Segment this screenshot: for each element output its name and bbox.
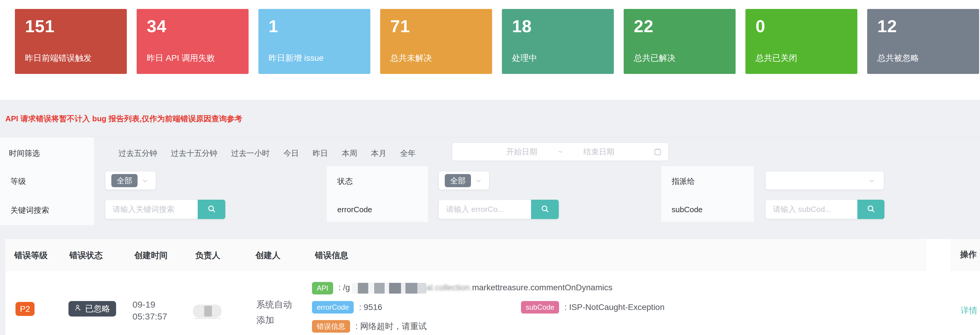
col-error-info: 错误信息 bbox=[315, 250, 348, 261]
error-level-badge: P2 bbox=[16, 302, 35, 316]
creator-line2: 添加 bbox=[256, 312, 292, 328]
errorcode-value: : 9516 bbox=[359, 303, 382, 312]
stat-value: 151 bbox=[25, 16, 117, 36]
calendar-icon bbox=[654, 148, 662, 158]
api-redacted-blur bbox=[352, 283, 426, 294]
assignee-select[interactable] bbox=[765, 171, 884, 190]
date-range-picker[interactable]: 开始日期 ~ 结束日期 bbox=[452, 142, 669, 161]
start-date-placeholder[interactable]: 开始日期 bbox=[506, 147, 537, 157]
stat-label: 总共已解决 bbox=[634, 53, 725, 64]
api-value: : /gal.collection.markettreasure.comment… bbox=[339, 283, 612, 294]
chevron-down-icon bbox=[474, 177, 482, 186]
table-header: 错误等级 错误状态 创建时间 负责人 创建人 错误信息 bbox=[5, 239, 926, 270]
keyword-search-input[interactable] bbox=[105, 200, 198, 219]
stat-value: 1 bbox=[269, 16, 360, 36]
errormsg-info-row: 错误信息 : 网络超时，请重试 bbox=[312, 319, 612, 333]
time-quick-options: 过去五分钟 过去十五分钟 过去一小时 今日 昨日 本周 本月 全年 bbox=[118, 148, 415, 159]
chevron-down-icon bbox=[141, 177, 149, 186]
subcode-chip: subCode bbox=[521, 301, 559, 314]
stat-card-new-issues: 1 昨日新增 issue bbox=[258, 9, 370, 74]
date-range-separator: ~ bbox=[558, 147, 562, 156]
quick-option-this-week[interactable]: 本周 bbox=[342, 148, 357, 159]
errorcode-search-group bbox=[439, 200, 559, 219]
time-filter-label: 时间筛选 bbox=[9, 148, 40, 159]
errorcode-chip: errorCode bbox=[312, 301, 354, 314]
col-creator: 创建人 bbox=[255, 250, 280, 261]
api-blurred-fragment: al.collection. bbox=[426, 283, 472, 292]
stat-label: 昨日前端错误触发 bbox=[25, 53, 117, 64]
status-selected-tag: 全部 bbox=[445, 174, 471, 187]
errorcode-search-input[interactable] bbox=[439, 200, 531, 219]
search-icon bbox=[540, 204, 550, 215]
owner-redacted-blur bbox=[193, 305, 221, 318]
quick-option-last-15min[interactable]: 过去十五分钟 bbox=[171, 148, 217, 159]
status-badge-label: 已忽略 bbox=[85, 303, 110, 314]
keyword-search-group bbox=[105, 200, 225, 219]
error-info-cell: API : /gal.collection.markettreasure.com… bbox=[312, 281, 612, 333]
chevron-down-icon bbox=[868, 177, 875, 186]
stat-value: 71 bbox=[390, 16, 482, 36]
subcode-info-group: subCode : ISP-NotCaught-Exception bbox=[521, 301, 665, 314]
person-ignored-icon bbox=[75, 304, 82, 314]
quick-option-last-5min[interactable]: 过去五分钟 bbox=[118, 148, 157, 159]
assignee-filter-label: 指派给 bbox=[671, 176, 695, 187]
api-info-row: API : /gal.collection.markettreasure.com… bbox=[312, 281, 612, 295]
col-owner: 负责人 bbox=[195, 250, 220, 261]
created-clock: 05:37:57 bbox=[132, 311, 167, 322]
errorcode-search-button[interactable] bbox=[531, 200, 559, 219]
quick-option-last-hour[interactable]: 过去一小时 bbox=[231, 148, 270, 159]
stat-card-api-failures: 34 昨日 API 调用失败 bbox=[137, 9, 248, 74]
stat-card-frontend-errors: 151 昨日前端错误触发 bbox=[15, 9, 127, 74]
stat-cards: 151 昨日前端错误触发 34 昨日 API 调用失败 1 昨日新增 issue… bbox=[15, 9, 979, 74]
quick-option-this-month[interactable]: 本月 bbox=[371, 148, 387, 159]
col-actions: 操作 bbox=[950, 239, 980, 270]
divider bbox=[0, 137, 980, 137]
status-select[interactable]: 全部 bbox=[439, 171, 489, 190]
keyword-filter-label: 关键词搜索 bbox=[10, 205, 49, 215]
stat-card-unresolved: 71 总共未解决 bbox=[380, 9, 492, 74]
stat-value: 0 bbox=[756, 16, 847, 36]
created-date: 09-19 bbox=[132, 298, 167, 311]
stat-label: 总共被忽略 bbox=[877, 53, 969, 64]
end-date-placeholder[interactable]: 结束日期 bbox=[584, 147, 614, 157]
errorcode-filter-label: errorCode bbox=[337, 205, 372, 214]
errormsg-chip: 错误信息 bbox=[312, 320, 350, 333]
stat-value: 18 bbox=[512, 16, 604, 36]
subcode-search-input[interactable] bbox=[765, 200, 858, 219]
errorcode-info-row: errorCode : 9516 subCode : ISP-NotCaught… bbox=[312, 300, 612, 314]
created-time-cell: 09-19 05:37:57 bbox=[132, 298, 167, 322]
subcode-value: : ISP-NotCaught-Exception bbox=[565, 303, 665, 312]
api-path: markettreasure.commentOnDynamics bbox=[472, 283, 612, 292]
level-selected-tag: 全部 bbox=[111, 174, 138, 187]
stat-label: 昨日新增 issue bbox=[269, 53, 360, 64]
col-error-status: 错误状态 bbox=[69, 250, 103, 261]
stat-card-in-progress: 18 处理中 bbox=[502, 9, 614, 74]
subcode-search-group bbox=[765, 200, 885, 219]
stat-card-resolved: 22 总共已解决 bbox=[624, 9, 736, 74]
quick-option-today[interactable]: 今日 bbox=[283, 148, 299, 159]
error-status-badge: 已忽略 bbox=[68, 301, 116, 316]
bug-dashboard: 151 昨日前端错误触发 34 昨日 API 调用失败 1 昨日新增 issue… bbox=[0, 0, 980, 335]
search-icon bbox=[866, 204, 876, 215]
page-gutter bbox=[0, 239, 5, 335]
col-error-level: 错误等级 bbox=[14, 250, 48, 261]
creator-cell: 系统自动 添加 bbox=[256, 297, 292, 328]
stat-label: 总共已关闭 bbox=[756, 53, 847, 64]
subcode-search-button[interactable] bbox=[858, 200, 885, 219]
stat-value: 12 bbox=[877, 16, 969, 36]
level-select[interactable]: 全部 bbox=[105, 171, 156, 190]
keyword-search-button[interactable] bbox=[198, 200, 225, 219]
stat-label: 昨日 API 调用失败 bbox=[147, 53, 239, 64]
stat-card-ignored: 12 总共被忽略 bbox=[867, 9, 979, 74]
api-notice-text: API 请求错误将暂不计入 bug 报告列表,仅作为前端错误原因查询参考 bbox=[5, 100, 973, 137]
level-filter-label: 等级 bbox=[10, 176, 26, 187]
stat-label: 处理中 bbox=[512, 53, 604, 64]
stat-value: 22 bbox=[634, 16, 725, 36]
subcode-filter-label: subCode bbox=[671, 205, 703, 214]
detail-link[interactable]: 详情 bbox=[961, 305, 977, 316]
quick-option-yesterday[interactable]: 昨日 bbox=[313, 148, 328, 159]
quick-option-this-year[interactable]: 全年 bbox=[400, 148, 415, 159]
errormsg-value: : 网络超时，请重试 bbox=[355, 321, 427, 332]
col-created-time: 创建时间 bbox=[134, 250, 168, 261]
stat-value: 34 bbox=[147, 16, 239, 36]
